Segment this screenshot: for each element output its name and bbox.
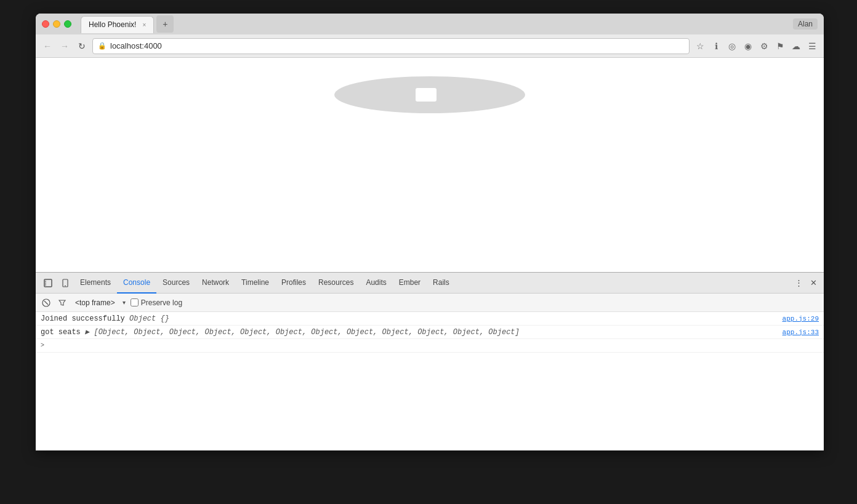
forward-button[interactable]: → bbox=[58, 39, 71, 53]
tab-elements[interactable]: Elements bbox=[74, 273, 117, 294]
tabs-area: Hello Phoenix! × + bbox=[78, 15, 793, 33]
lock-icon: 🔒 bbox=[98, 42, 107, 50]
maximize-button[interactable] bbox=[64, 20, 71, 28]
console-filter-icon[interactable] bbox=[57, 297, 68, 308]
tab-title: Hello Phoenix! bbox=[89, 20, 136, 29]
tab-profiles[interactable]: Profiles bbox=[275, 273, 312, 294]
devtools-inspect-icon[interactable] bbox=[39, 274, 57, 292]
devtools-panel: Elements Console Sources Network Timelin… bbox=[36, 272, 824, 450]
console-output: Joined successfully Object {} app.js:29 … bbox=[36, 312, 824, 450]
tab-network[interactable]: Network bbox=[196, 273, 235, 294]
browser-toolbar: ← → ↻ 🔒 localhost:4000 ☆ ℹ ◎ ◉ ⚙ ⚑ ☁ ☰ bbox=[36, 34, 824, 58]
settings-icon[interactable]: ⚙ bbox=[757, 39, 771, 53]
prompt-arrow: > bbox=[41, 342, 44, 349]
console-text-2: got seats ▶ [Object, Object, Object, Obj… bbox=[41, 327, 778, 337]
back-button[interactable]: ← bbox=[41, 39, 54, 53]
tab-close-icon[interactable]: × bbox=[142, 22, 146, 28]
pocket-icon[interactable]: ◎ bbox=[725, 39, 739, 53]
oval-inner-box bbox=[416, 88, 437, 102]
console-link-2[interactable]: app.js:33 bbox=[783, 329, 819, 336]
extensions-icon[interactable]: ⚑ bbox=[773, 39, 787, 53]
console-toolbar: <top frame> ▾ Preserve log bbox=[36, 294, 824, 312]
devtools-close-icon[interactable]: ✕ bbox=[807, 276, 820, 290]
console-line-2: got seats ▶ [Object, Object, Object, Obj… bbox=[36, 326, 824, 339]
chrome-icon[interactable]: ◉ bbox=[741, 39, 755, 53]
console-line-1: Joined successfully Object {} app.js:29 bbox=[36, 312, 824, 326]
devtools-mobile-icon[interactable] bbox=[57, 274, 74, 292]
console-italic-1: Object {} bbox=[129, 314, 169, 323]
console-link-1[interactable]: app.js:29 bbox=[783, 315, 819, 322]
console-prompt-line[interactable]: > bbox=[36, 339, 824, 353]
url-text: localhost:4000 bbox=[110, 41, 162, 50]
frame-dropdown-arrow[interactable]: ▾ bbox=[123, 299, 126, 306]
active-tab[interactable]: Hello Phoenix! × bbox=[81, 16, 154, 33]
console-text-1: Joined successfully Object {} bbox=[41, 314, 778, 323]
sync-icon[interactable]: ☁ bbox=[789, 39, 803, 53]
preserve-log-text: Preserve log bbox=[141, 298, 182, 307]
console-italic-2: ▶ [Object, Object, Object, Object, Objec… bbox=[85, 328, 520, 337]
menu-icon[interactable]: ☰ bbox=[805, 39, 819, 53]
toolbar-icons: ☆ ℹ ◎ ◉ ⚙ ⚑ ☁ ☰ bbox=[693, 39, 819, 53]
minimize-button[interactable] bbox=[53, 20, 60, 28]
tab-sources[interactable]: Sources bbox=[156, 273, 196, 294]
tab-rails[interactable]: Rails bbox=[427, 273, 456, 294]
console-clear-icon[interactable] bbox=[41, 297, 52, 308]
user-badge: Alan bbox=[793, 18, 818, 30]
tab-audits[interactable]: Audits bbox=[360, 273, 392, 294]
svg-line-4 bbox=[44, 301, 48, 305]
tab-ember[interactable]: Ember bbox=[393, 273, 427, 294]
new-tab-button[interactable]: + bbox=[156, 15, 174, 33]
preserve-log-checkbox[interactable] bbox=[131, 298, 139, 306]
tab-console[interactable]: Console bbox=[117, 273, 156, 294]
close-button[interactable] bbox=[42, 20, 49, 28]
frame-selector[interactable]: <top frame> bbox=[73, 297, 118, 308]
tab-timeline[interactable]: Timeline bbox=[235, 273, 275, 294]
devtools-right-controls: ⋮ ✕ bbox=[792, 276, 820, 290]
bookmark-icon[interactable]: ☆ bbox=[693, 39, 707, 53]
tab-resources[interactable]: Resources bbox=[312, 273, 360, 294]
oval-shape bbox=[334, 76, 525, 113]
devtools-more-icon[interactable]: ⋮ bbox=[792, 276, 805, 290]
traffic-lights bbox=[42, 20, 71, 28]
title-bar: Hello Phoenix! × + Alan bbox=[36, 14, 824, 34]
devtools-tabs: Elements Console Sources Network Timelin… bbox=[36, 273, 824, 294]
oval-container bbox=[334, 76, 525, 113]
reload-button[interactable]: ↻ bbox=[75, 39, 89, 53]
page-content bbox=[36, 58, 824, 272]
browser-window: Hello Phoenix! × + Alan ← → ↻ 🔒 localhos… bbox=[36, 14, 824, 450]
address-bar[interactable]: 🔒 localhost:4000 bbox=[92, 38, 690, 54]
preserve-log-label[interactable]: Preserve log bbox=[131, 298, 182, 307]
info-icon[interactable]: ℹ bbox=[709, 39, 723, 53]
